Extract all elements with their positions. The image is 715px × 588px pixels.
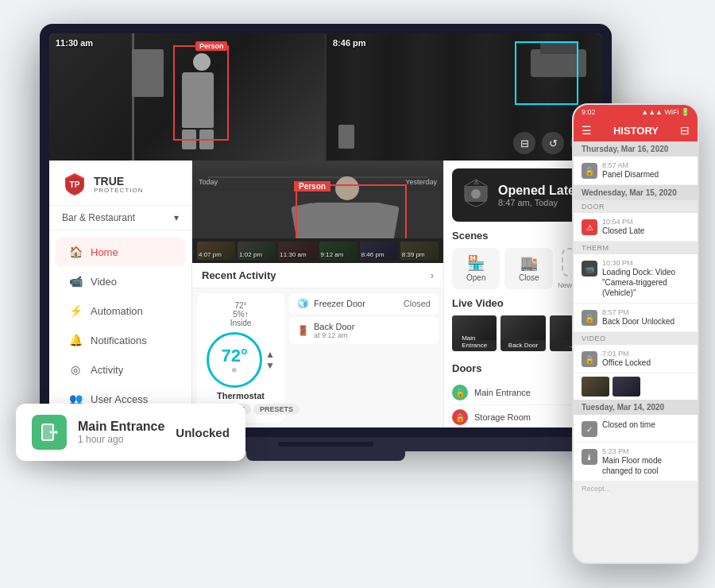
phone-event-icon-4: 🔓 [582,310,597,326]
phone-event-time-3: 10:30 PM [602,259,690,267]
phone-event-info-4: 8:57 PM Back Door Unlocked [602,308,690,327]
phone-event-time-2: 10:54 PM [602,218,690,226]
thumb-3[interactable]: 11:30 am [278,242,316,260]
phone-event-text-6: Closed on time [602,420,690,430]
sidebar-location[interactable]: Bar & Restaurant ▾ [49,206,191,230]
logo-text: TRUE PROTECTION [94,176,143,194]
phone-event-info-3: 10:30 PM Loading Dock: Video "Camera-tri… [602,259,690,298]
thumb-time-5: 8:46 pm [361,251,385,258]
svg-point-2 [471,189,481,199]
scene-close-btn[interactable]: 🏬 Close [504,248,552,289]
door-icon-storage: 🔒 [452,409,468,425]
main-person-label: Person [294,181,330,191]
phone-menu-icon[interactable]: ☰ [582,124,592,137]
thumb-4[interactable]: 9:12 am [319,242,358,260]
sidebar-item-home-label: Home [91,246,118,258]
cam-timestamp-left: 11:30 am [56,38,93,48]
sidebar-item-activity[interactable]: ◎ Activity [56,355,185,384]
sidebar-item-video-label: Video [91,276,117,288]
recent-activity-label: Recent Activity [202,269,276,281]
phone-event-icon-2: ⚠ [582,219,597,235]
door-label-storage: Storage Room [474,412,531,422]
door-icon-main: 🔓 [452,385,468,400]
sidebar-item-video[interactable]: 📹 Video [56,267,185,296]
sidebar-item-automation-label: Automation [91,305,143,317]
phone-thumb-1[interactable] [582,377,609,397]
scene-open-btn[interactable]: 🏪 Open [452,248,500,289]
recent-activity-bar: Recent Activity › [192,263,443,288]
back-door-label: Back Door [314,322,354,331]
notif-title: Main Entrance [78,420,164,434]
doors-title: Doors [452,362,482,374]
sidebar-item-automation[interactable]: ⚡ Automation [56,296,185,325]
thumb-2[interactable]: 1:02 pm [238,242,276,260]
notification-card: Main Entrance 1 hour ago Unlocked [16,404,245,461]
main-camera-view[interactable]: Person Today Yesterday [192,161,443,238]
sidebar-item-activity-label: Activity [91,364,123,376]
cam-timestamp-right: 8:46 pm [333,38,366,48]
phone: 9:02 ▲▲▲ WiFi 🔋 ☰ HISTORY ⊟ Thursday, Ma… [572,103,699,564]
phone-event-info-2: 10:54 PM Closed Late [602,218,690,236]
back-door-item: 🚪 Back Door at 9:12 am [289,317,439,344]
phone-event-office-locked[interactable]: 🔒 7:01 PM Office Locked [574,345,698,373]
phone-event-info-5: 7:01 PM Office Locked [602,350,690,368]
phone-event-main-floor[interactable]: 🌡 5:23 PM Main Floor mode changed to coo… [574,443,698,482]
phone-status-bar: 9:02 ▲▲▲ WiFi 🔋 [574,105,698,119]
live-cam-main-entrance[interactable]: MainEntrance [452,315,497,351]
laptop-foot [246,451,405,461]
sidebar-item-home[interactable]: 🏠 Home [56,238,185,266]
live-cam-back-door[interactable]: Back Door [500,315,545,351]
phone-event-closed-late[interactable]: ⚠ 10:54 PM Closed Late [574,213,698,242]
phone-title: HISTORY [592,125,680,137]
therm-temp: 72° [221,346,247,366]
phone-event-closed-on-time[interactable]: ✓ Closed on time [574,415,698,443]
sidebar-item-notifications[interactable]: 🔔 Notifications [56,326,185,354]
phone-event-time-4: 8:57 PM [602,308,690,316]
phone-day-tue: Tuesday, Mar 14, 2020 [574,400,698,415]
top-cam-left[interactable]: Person 11:30 am [49,33,325,161]
logo-protection: PROTECTION [94,187,143,194]
phone-body: Thursday, Mar 16, 2020 🔓 8:57 AM Panel D… [574,141,698,563]
scene-close-label: Close [519,273,539,282]
alert-title: Opened Late [498,184,575,198]
freezer-door-item: 🧊 Freezer Door Closed [289,293,439,314]
phone-event-icon-6: ✓ [582,421,597,437]
phone-event-info-1: 8:57 AM Panel Disarmed [602,161,690,180]
monitor-icon-btn[interactable]: ⊟ [513,132,535,154]
person-label-top-left: Person [195,41,228,51]
thumb-6[interactable]: 8:39 pm [400,242,439,260]
thermostat-label: Thermostat [217,391,265,400]
refresh-icon-btn[interactable]: ↺ [542,132,564,154]
location-text: Bar & Restaurant [62,212,135,223]
phone-header: ☰ HISTORY ⊟ [574,119,698,141]
thumb-time-4: 9:12 am [321,251,344,258]
phone-event-panel-disarmed[interactable]: 🔓 8:57 AM Panel Disarmed [574,157,698,185]
recent-activity-arrow[interactable]: › [431,269,434,281]
therm-down-arrow[interactable]: ▼ [265,361,275,370]
laptop-screen-border: Person 11:30 am [40,24,612,437]
main-detection-box [296,184,407,238]
phone-filter-icon[interactable]: ⊟ [680,124,690,137]
phone-thumb-row [574,373,698,400]
cam-bg-left: Person 11:30 am [49,33,325,161]
alert-info: Opened Late 8:47 am, Today [498,184,575,207]
back-door-info: 🚪 Back Door at 9:12 am [297,322,431,339]
phone-day-wed: Wednesday, Mar 15, 2020 [574,185,698,200]
thumb-5[interactable]: 8:46 pm [360,242,398,260]
laptop-notch [278,442,373,447]
therm-circle: 72° ❄ [207,332,262,388]
receptionist-label: Recept... [574,482,698,496]
thumb-1[interactable]: 4:07 pm [197,242,235,260]
automation-icon: ⚡ [68,304,83,318]
phone-event-loading-dock[interactable]: 📹 10:30 PM Loading Dock: Video "Camera-t… [574,254,698,304]
phone-event-text-5: Office Locked [602,358,690,368]
phone-event-back-door-unlocked[interactable]: 🔓 8:57 PM Back Door Unlocked [574,304,698,332]
today-label: Today [199,178,218,186]
therm-up-arrow[interactable]: ▲ [265,350,275,359]
scene-open-icon: 🏪 [455,254,497,272]
freezer-door-info: 🧊 Freezer Door [297,298,365,309]
video-icon: 📹 [68,274,83,288]
phone-thumb-2[interactable] [613,377,640,397]
therm-inside-info: 72°5%↑Inside [230,301,252,327]
sidebar: TP TRUE PROTECTION Bar & Restaurant ▾ [49,161,192,427]
